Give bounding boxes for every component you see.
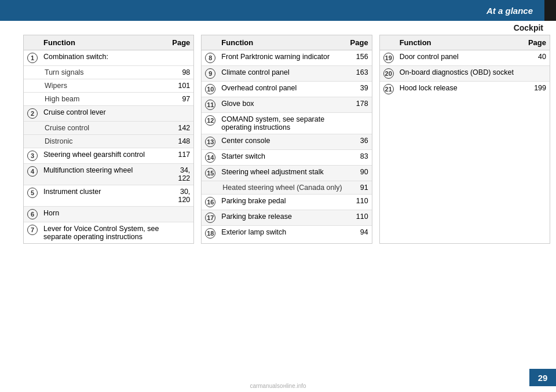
subrow-num-cell xyxy=(24,66,40,79)
page-cell xyxy=(169,50,193,66)
circle-number: 14 xyxy=(205,152,215,163)
circle-number: 12 xyxy=(205,115,215,126)
table-row: 20On-board diagnostics (OBD) socket xyxy=(380,66,550,82)
circle-number: 3 xyxy=(27,151,38,161)
page-cell: 163 xyxy=(347,66,372,82)
circle-number: 16 xyxy=(205,197,215,207)
page-cell: 110 xyxy=(347,195,372,210)
circle-number: 13 xyxy=(205,137,215,147)
circle-number: 21 xyxy=(383,84,394,94)
table-row: 19Door control panel40 xyxy=(380,50,550,66)
table-row: 1Combination switch: xyxy=(24,50,193,66)
circle-number: 2 xyxy=(27,108,38,119)
table-row: 4Multifunction steering wheel34, 122 xyxy=(24,164,193,185)
subrow-function-cell: Distronic xyxy=(40,135,169,148)
page-cell: 36 xyxy=(347,134,372,150)
function-cell: Starter switch xyxy=(218,150,346,166)
circle-number: 5 xyxy=(27,188,38,198)
table-subrow: Heated steering wheel (Canada only)91 xyxy=(202,181,371,195)
row-number-cell: 16 xyxy=(202,195,218,210)
circle-number: 10 xyxy=(205,84,215,94)
function-cell: Instrument cluster xyxy=(40,185,169,207)
row-number-cell: 17 xyxy=(202,210,218,226)
circle-number: 6 xyxy=(27,209,38,219)
table1-container: Function Page 1Combination switch:Turn s… xyxy=(23,35,194,244)
table2-num-header xyxy=(202,35,218,50)
circle-number: 18 xyxy=(205,228,215,239)
page-cell: 117 xyxy=(169,148,193,164)
table-subrow: High beam97 xyxy=(24,93,193,106)
content-area: Function Page 1Combination switch:Turn s… xyxy=(23,35,550,244)
circle-number: 19 xyxy=(383,53,394,63)
function-cell: Glove box xyxy=(218,97,346,113)
page-cell: 110 xyxy=(347,210,372,226)
row-number-cell: 3 xyxy=(24,148,40,164)
table3-header-row: Function Page xyxy=(380,35,550,50)
row-number-cell: 20 xyxy=(380,66,396,82)
table1-function-header: Function xyxy=(40,35,169,50)
function-cell: COMAND system, see separate operating in… xyxy=(218,113,346,134)
function-cell: Parking brake release xyxy=(218,210,346,226)
table-row: 7Lever for Voice Control System, see sep… xyxy=(24,222,193,244)
row-number-cell: 12 xyxy=(202,113,218,134)
page-cell xyxy=(525,66,550,82)
function-cell: Front Parktronic warning indicator xyxy=(218,50,346,66)
watermark: carmanualsонline.info xyxy=(250,383,306,389)
row-number-cell: 1 xyxy=(24,50,40,66)
subrow-num-cell xyxy=(24,135,40,148)
subrow-function-cell: Heated steering wheel (Canada only) xyxy=(218,181,346,195)
subrow-num-cell xyxy=(24,122,40,135)
subrow-function-cell: Turn signals xyxy=(40,66,169,79)
table-row: 3Steering wheel gearshift control117 xyxy=(24,148,193,164)
table3-function-header: Function xyxy=(396,35,525,50)
table-row: 16Parking brake pedal110 xyxy=(202,195,371,210)
page-cell xyxy=(169,222,193,244)
table-row: 10Overhead control panel39 xyxy=(202,82,371,97)
subrow-function-cell: Cruise control xyxy=(40,122,169,135)
function-cell: Exterior lamp switch xyxy=(218,226,346,241)
row-number-cell: 19 xyxy=(380,50,396,66)
table-row: 12COMAND system, see separate operating … xyxy=(202,113,371,134)
function-cell: Cruise control lever xyxy=(40,106,169,122)
page-cell: 83 xyxy=(347,150,372,166)
function-cell: Combination switch: xyxy=(40,50,169,66)
row-number-cell: 8 xyxy=(202,50,218,66)
cockpit-label: Cockpit xyxy=(514,23,543,32)
row-number-cell: 7 xyxy=(24,222,40,244)
header-bar: At a glance xyxy=(0,0,556,21)
function-cell: Door control panel xyxy=(396,50,525,66)
subrow-num-cell xyxy=(24,93,40,106)
table-subrow: Turn signals98 xyxy=(24,66,193,79)
table3-container: Function Page 19Door control panel4020On… xyxy=(379,35,550,244)
table2: Function Page 8Front Parktronic warning … xyxy=(202,35,371,241)
page-cell: 199 xyxy=(525,82,550,97)
page-cell: 94 xyxy=(347,226,372,241)
function-cell: Multifunction steering wheel xyxy=(40,164,169,185)
page-cell: 156 xyxy=(347,50,372,66)
table-subrow: Distronic148 xyxy=(24,135,193,148)
circle-number: 4 xyxy=(27,166,38,177)
table-row: 18Exterior lamp switch94 xyxy=(202,226,371,241)
row-number-cell: 13 xyxy=(202,134,218,150)
circle-number: 1 xyxy=(27,53,38,63)
header-blue-section: At a glance xyxy=(0,0,544,21)
function-cell: Lever for Voice Control System, see sepa… xyxy=(40,222,169,244)
subrow-page-cell: 101 xyxy=(169,79,193,93)
row-number-cell: 10 xyxy=(202,82,218,97)
table-row: 5Instrument cluster30, 120 xyxy=(24,185,193,207)
subrow-page-cell: 91 xyxy=(347,181,372,195)
row-number-cell: 15 xyxy=(202,166,218,181)
table-subrow: Cruise control142 xyxy=(24,122,193,135)
circle-number: 20 xyxy=(383,68,394,79)
page-cell: 90 xyxy=(347,166,372,181)
page-cell: 39 xyxy=(347,82,372,97)
row-number-cell: 18 xyxy=(202,226,218,241)
table-row: 2Cruise control lever xyxy=(24,106,193,122)
subrow-function-cell: Wipers xyxy=(40,79,169,93)
row-number-cell: 2 xyxy=(24,106,40,122)
table3-num-header xyxy=(380,35,396,50)
table-row: 8Front Parktronic warning indicator156 xyxy=(202,50,371,66)
function-cell: Steering wheel gearshift control xyxy=(40,148,169,164)
table-row: 15Steering wheel adjustment stalk90 xyxy=(202,166,371,181)
table1-page-header: Page xyxy=(169,35,193,50)
